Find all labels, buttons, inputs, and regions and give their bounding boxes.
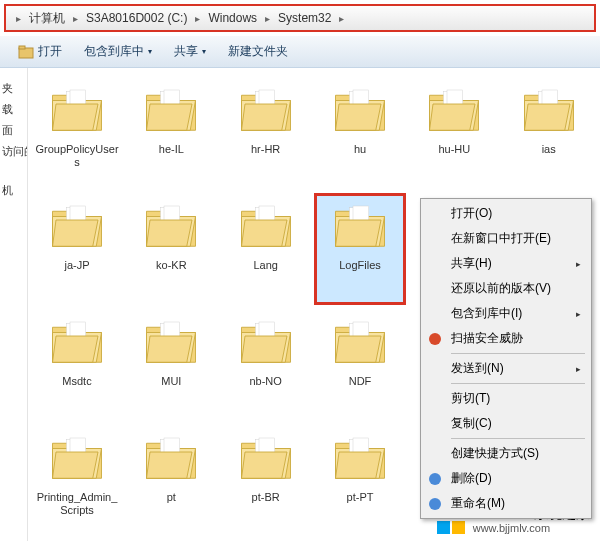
folder-label: LogFiles	[339, 259, 381, 272]
chevron-down-icon: ▾	[148, 47, 152, 56]
menu-separator	[451, 383, 585, 384]
folder-icon	[238, 199, 294, 255]
chevron-down-icon: ▾	[202, 47, 206, 56]
folder-item[interactable]: pt	[126, 426, 216, 536]
folder-item[interactable]: hr-HR	[221, 78, 311, 188]
sidebar: 夹 载 面 访问的位置 机	[0, 68, 28, 541]
folder-label: NDF	[349, 375, 372, 388]
folder-item[interactable]: pt-BR	[221, 426, 311, 536]
folder-icon	[143, 199, 199, 255]
folder-icon	[238, 83, 294, 139]
folder-item[interactable]: LogFiles	[315, 194, 405, 304]
folder-open-icon	[18, 44, 34, 60]
sidebar-item[interactable]: 面	[2, 120, 25, 141]
menu-include-library[interactable]: 包含到库中(I)▸	[423, 301, 589, 326]
sidebar-item[interactable]: 访问的位置	[2, 141, 25, 162]
folder-label: pt-BR	[252, 491, 280, 504]
menu-open[interactable]: 打开(O)	[423, 201, 589, 226]
folder-label: MUI	[161, 375, 181, 388]
breadcrumb-item-system32[interactable]: System32	[274, 11, 335, 25]
sidebar-item[interactable]: 夹	[2, 78, 25, 99]
menu-rename[interactable]: 重命名(M)	[423, 491, 589, 516]
toolbar-share-label: 共享	[174, 43, 198, 60]
new-folder-button[interactable]: 新建文件夹	[218, 39, 298, 64]
breadcrumb-item-windows[interactable]: Windows	[204, 11, 261, 25]
folder-icon	[49, 315, 105, 371]
rename-icon	[427, 496, 443, 512]
folder-label: ja-JP	[64, 259, 89, 272]
folder-label: hr-HR	[251, 143, 280, 156]
menu-scan-threats[interactable]: 扫描安全威胁	[423, 326, 589, 351]
chevron-right-icon: ▸	[576, 259, 581, 269]
menu-separator	[451, 438, 585, 439]
folder-label: Printing_Admin_Scripts	[35, 491, 119, 517]
folder-item[interactable]: GroupPolicyUsers	[32, 78, 122, 188]
menu-separator	[451, 353, 585, 354]
open-button[interactable]: 打开	[8, 39, 72, 64]
chevron-right-icon: ▸	[576, 364, 581, 374]
folder-item[interactable]: ja-JP	[32, 194, 122, 304]
folder-item[interactable]: MUI	[126, 310, 216, 420]
include-library-button[interactable]: 包含到库中 ▾	[74, 39, 162, 64]
folder-item[interactable]: hu-HU	[409, 78, 499, 188]
menu-copy[interactable]: 复制(C)	[423, 411, 589, 436]
toolbar-include-label: 包含到库中	[84, 43, 144, 60]
toolbar-open-label: 打开	[38, 43, 62, 60]
folder-label: Msdtc	[62, 375, 91, 388]
menu-create-shortcut[interactable]: 创建快捷方式(S)	[423, 441, 589, 466]
menu-share[interactable]: 共享(H)▸	[423, 251, 589, 276]
folder-item[interactable]: NDF	[315, 310, 405, 420]
chevron-right-icon: ▸	[12, 13, 25, 24]
folder-item[interactable]: Printing_Admin_Scripts	[32, 426, 122, 536]
sidebar-item[interactable]: 载	[2, 99, 25, 120]
toolbar-newfolder-label: 新建文件夹	[228, 43, 288, 60]
svg-point-50	[429, 333, 441, 345]
chevron-right-icon: ▸	[335, 13, 348, 24]
folder-icon	[521, 83, 577, 139]
menu-restore-versions[interactable]: 还原以前的版本(V)	[423, 276, 589, 301]
folder-icon	[49, 199, 105, 255]
folder-label: ias	[542, 143, 556, 156]
folder-item[interactable]: he-IL	[126, 78, 216, 188]
menu-delete[interactable]: 删除(D)	[423, 466, 589, 491]
share-button[interactable]: 共享 ▾	[164, 39, 216, 64]
folder-label: he-IL	[159, 143, 184, 156]
folder-icon	[238, 431, 294, 487]
folder-item[interactable]: nb-NO	[221, 310, 311, 420]
watermark-url: www.bjjmlv.com	[473, 522, 590, 535]
folder-label: hu-HU	[438, 143, 470, 156]
folder-icon	[143, 431, 199, 487]
folder-label: pt-PT	[347, 491, 374, 504]
folder-label: nb-NO	[249, 375, 281, 388]
shield-icon	[427, 331, 443, 347]
menu-send-to[interactable]: 发送到(N)▸	[423, 356, 589, 381]
chevron-right-icon: ▸	[261, 13, 274, 24]
chevron-right-icon: ▸	[69, 13, 82, 24]
svg-rect-1	[19, 46, 25, 49]
folder-label: pt	[167, 491, 176, 504]
context-menu: 打开(O) 在新窗口中打开(E) 共享(H)▸ 还原以前的版本(V) 包含到库中…	[420, 198, 592, 519]
chevron-right-icon: ▸	[576, 309, 581, 319]
folder-item[interactable]: hu	[315, 78, 405, 188]
folder-item[interactable]: Lang	[221, 194, 311, 304]
folder-item[interactable]: ko-KR	[126, 194, 216, 304]
folder-icon	[143, 315, 199, 371]
folder-item[interactable]: pt-PT	[315, 426, 405, 536]
breadcrumb-item-computer[interactable]: 计算机	[25, 10, 69, 27]
folder-icon	[332, 431, 388, 487]
delete-icon	[427, 471, 443, 487]
breadcrumb[interactable]: ▸ 计算机 ▸ S3A8016D002 (C:) ▸ Windows ▸ Sys…	[4, 4, 596, 32]
sidebar-item[interactable]: 机	[2, 180, 25, 201]
folder-item[interactable]: Msdtc	[32, 310, 122, 420]
svg-point-52	[429, 498, 441, 510]
chevron-right-icon: ▸	[191, 13, 204, 24]
svg-rect-56	[452, 521, 465, 534]
folder-label: hu	[354, 143, 366, 156]
svg-rect-55	[437, 521, 450, 534]
folder-item[interactable]: ias	[504, 78, 594, 188]
menu-open-new-window[interactable]: 在新窗口中打开(E)	[423, 226, 589, 251]
breadcrumb-item-drive[interactable]: S3A8016D002 (C:)	[82, 11, 191, 25]
folder-icon	[238, 315, 294, 371]
menu-cut[interactable]: 剪切(T)	[423, 386, 589, 411]
folder-label: GroupPolicyUsers	[35, 143, 119, 169]
